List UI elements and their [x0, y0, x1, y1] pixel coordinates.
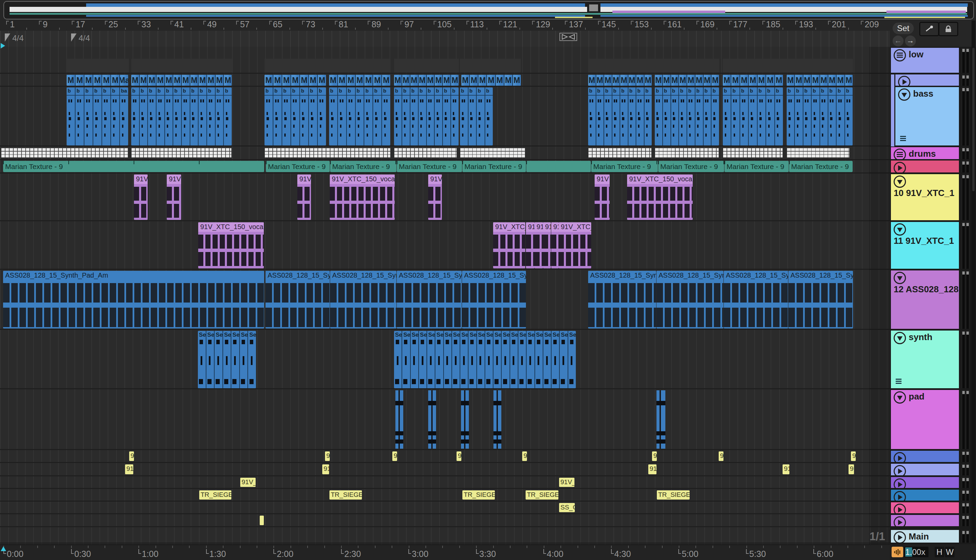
play-icon[interactable]	[894, 478, 906, 488]
clip-cell[interactable]: Se	[493, 331, 501, 388]
clip-91[interactable]: 91	[543, 222, 551, 268]
clip-cell[interactable]: b	[337, 87, 346, 145]
clip-cell[interactable]: Se	[460, 331, 468, 388]
clip-cell[interactable]: Se	[518, 331, 526, 388]
clip-cell[interactable]: M	[711, 75, 719, 86]
clip-cell[interactable]: M	[748, 75, 757, 86]
clip-cell[interactable]: b	[620, 87, 628, 145]
clip-cell[interactable]: Se	[510, 331, 518, 388]
clip-Marian Texture - 9[interactable]: Marian Texture - 9	[789, 161, 852, 172]
takes-icon[interactable]	[900, 136, 906, 142]
clip-M[interactable]: MMMMMMMa	[67, 75, 128, 86]
clip-SS_G[interactable]: SS_G	[559, 503, 575, 512]
play-icon[interactable]	[894, 162, 906, 172]
audition-button[interactable]	[892, 547, 903, 557]
clip-cell[interactable]: b	[687, 87, 695, 145]
clip-cell[interactable]: M	[147, 75, 156, 86]
clip-9[interactable]: 9	[851, 452, 856, 461]
clip-cell[interactable]: M	[612, 75, 620, 86]
clip-91V[interactable]: 91V	[595, 175, 610, 220]
clip-TR_SIEGE[interactable]: TR_SIEGE	[657, 490, 690, 500]
clip-cell[interactable]: M	[670, 75, 679, 86]
clip-91V_[interactable]: 91V_	[240, 478, 256, 487]
clip-91V[interactable]: 91V	[134, 175, 148, 220]
clip-cell[interactable]: M	[264, 75, 273, 86]
clip-cell[interactable]: M	[828, 75, 836, 86]
clip-drums[interactable]	[723, 148, 783, 158]
clip-b[interactable]: bbbbbbb	[329, 87, 390, 145]
clip-Marian Texture - 9[interactable]: Marian Texture - 9	[266, 161, 330, 172]
clip-cell[interactable]: Se	[222, 331, 231, 388]
clip-cell[interactable]: M	[223, 75, 232, 86]
clip-91[interactable]: 91	[782, 464, 789, 474]
clip-cell[interactable]: b	[787, 87, 794, 145]
clip-cell[interactable]: M	[346, 75, 355, 86]
clip-cell[interactable]: b	[828, 87, 836, 145]
lane-synth[interactable]: SeSeSeSeSeSeSeSeSeSeSeSeSeSeSeSeSeSeSeSe…	[0, 330, 890, 389]
clip-cell[interactable]: b	[355, 87, 364, 145]
clip-cell[interactable]: Se	[535, 331, 543, 388]
play-icon[interactable]	[894, 531, 906, 543]
clip-cell[interactable]: b	[811, 87, 819, 145]
clip-cell[interactable]: b	[308, 87, 317, 145]
clip-cell[interactable]: M	[317, 75, 326, 86]
clip-cell[interactable]: Se	[206, 331, 214, 388]
clip-drums[interactable]	[131, 148, 232, 158]
clip-cell[interactable]: b	[401, 87, 410, 145]
draw-mode-button[interactable]	[919, 22, 939, 36]
clip-cell[interactable]: b	[102, 87, 110, 145]
clip-cell[interactable]: M	[215, 75, 224, 86]
play-icon[interactable]	[894, 491, 906, 501]
clip-cell[interactable]: b	[164, 87, 173, 145]
clip-cell[interactable]: b	[485, 87, 493, 145]
lane-tr18[interactable]: TR_SIEGETR_SIEGETR_SIEGETR_SIEGETR_SIEGE	[0, 490, 890, 502]
clip-cell[interactable]: M	[418, 75, 426, 86]
clip-cell[interactable]: M	[308, 75, 317, 86]
clip-cell[interactable]: M	[434, 75, 442, 86]
track-header-sgu17[interactable]: 17 91V_SGU_fx	[891, 477, 959, 488]
clip-cell[interactable]: M	[172, 75, 181, 86]
track-header-main[interactable]: Main	[891, 530, 959, 543]
clip-cell[interactable]: b	[317, 87, 326, 145]
track-header-bass[interactable]: bass	[895, 87, 959, 145]
lane-t20[interactable]	[0, 515, 890, 527]
clip-cell[interactable]: b	[223, 87, 232, 145]
fold-icon[interactable]	[894, 223, 906, 236]
clip-9[interactable]: 9	[456, 452, 461, 461]
clip-cell[interactable]: b	[670, 87, 679, 145]
clip-cell[interactable]: b	[757, 87, 765, 145]
track-header-ass12[interactable]: 12 ASS028_128	[891, 270, 959, 329]
clip-pad[interactable]	[657, 390, 665, 449]
clip-9[interactable]: 9	[392, 452, 397, 461]
clip-cell[interactable]: M	[695, 75, 703, 86]
clip-9[interactable]: 9	[129, 452, 134, 461]
clip-cell[interactable]: b	[110, 87, 119, 145]
play-icon[interactable]	[894, 516, 906, 526]
playback-speed-field[interactable]: 1.00x	[904, 547, 929, 557]
clip-cell[interactable]: M	[662, 75, 670, 86]
clip-cell[interactable]: Se	[568, 331, 576, 388]
clip-91V_XTC_150_voca[interactable]: 91V_XTC_150_voca	[198, 222, 264, 268]
clip-cell[interactable]: M	[687, 75, 695, 86]
clip-cell[interactable]: M	[588, 75, 596, 86]
clip-cell[interactable]: b	[740, 87, 748, 145]
clip-cell[interactable]: Se	[476, 331, 485, 388]
clip-b[interactable]: bbbbbbba	[67, 87, 128, 145]
play-icon[interactable]	[894, 504, 906, 513]
clip-cell[interactable]: Se	[559, 331, 567, 388]
clip-cell[interactable]: b	[282, 87, 291, 145]
clip-drums[interactable]	[394, 148, 457, 158]
clip-cell[interactable]: M	[139, 75, 148, 86]
clip-91V[interactable]: 91V	[428, 175, 442, 220]
clip-cell[interactable]: M	[844, 75, 852, 86]
clip-cell[interactable]: Se	[401, 331, 410, 388]
clip-91V_XTC_150_voca[interactable]: 91V_XTC_150_voca	[627, 175, 693, 220]
scrollbar-thumb[interactable]	[972, 48, 974, 191]
clip-M[interactable]: MMMMMMM	[264, 75, 326, 86]
clip-Marian Texture - 9[interactable]: Marian Texture - 9	[397, 161, 462, 172]
clip-91V_XTC_150_voca[interactable]: 91V_XTC_150_voca	[330, 175, 395, 220]
clip-cell[interactable]: b	[346, 87, 355, 145]
clip-ASS028_128_15_Synth_Pad_Am[interactable]: ASS028_128_15_Synth_Pad_Am	[789, 271, 853, 328]
clip-cell[interactable]: b	[442, 87, 450, 145]
playhead-marker-icon[interactable]	[1, 546, 6, 551]
